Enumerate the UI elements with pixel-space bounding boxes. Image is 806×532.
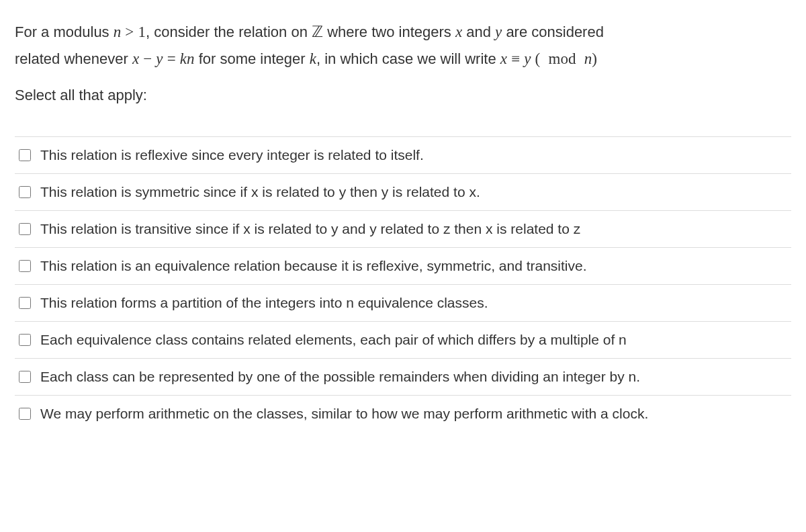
option-label: This relation is transitive since if x i… xyxy=(40,221,791,237)
op-eq: = xyxy=(167,50,176,67)
text: for some integer xyxy=(195,50,310,67)
var-k: k xyxy=(180,50,187,67)
lparen: ( xyxy=(535,50,541,67)
option-label: This relation forms a partition of the i… xyxy=(40,295,791,311)
option-row[interactable]: Each class can be represented by one of … xyxy=(15,359,791,396)
var-x: x xyxy=(132,50,139,67)
option-row[interactable]: This relation is symmetric since if x is… xyxy=(15,174,791,211)
option-checkbox[interactable] xyxy=(19,149,31,161)
option-checkbox[interactable] xyxy=(19,408,31,420)
question-container: For a modulus n > 1, consider the relati… xyxy=(0,0,806,448)
var-n: n xyxy=(187,50,195,67)
option-row[interactable]: This relation is reflexive since every i… xyxy=(15,136,791,174)
text: related whenever xyxy=(15,50,132,67)
op-equiv: ≡ xyxy=(511,50,520,67)
option-checkbox[interactable] xyxy=(19,260,31,272)
option-label: Each class can be represented by one of … xyxy=(40,369,791,385)
num-1: 1 xyxy=(138,24,146,40)
option-checkbox[interactable] xyxy=(19,334,31,346)
text: where two integers xyxy=(323,24,455,40)
option-label: This relation is reflexive since every i… xyxy=(40,147,791,163)
mod: mod xyxy=(549,50,576,67)
option-label: This relation is symmetric since if x is… xyxy=(40,184,791,200)
question-prompt: For a modulus n > 1, consider the relati… xyxy=(15,19,791,73)
var-y: y xyxy=(495,24,502,40)
option-row[interactable]: We may perform arithmetic on the classes… xyxy=(15,396,791,432)
op-gt: > xyxy=(125,24,134,40)
op-minus: − xyxy=(143,50,152,67)
text: , consider the relation on xyxy=(146,24,312,40)
option-row[interactable]: This relation is transitive since if x i… xyxy=(15,211,791,248)
var-n: n xyxy=(114,24,122,40)
text: , in which case we will write xyxy=(316,50,500,67)
var-y: y xyxy=(156,50,163,67)
option-checkbox[interactable] xyxy=(19,371,31,383)
var-k: k xyxy=(310,50,316,67)
option-checkbox[interactable] xyxy=(19,297,31,309)
var-y: y xyxy=(524,50,531,67)
option-label: This relation is an equivalence relation… xyxy=(40,258,791,274)
var-x: x xyxy=(500,50,507,67)
set-Z: ℤ xyxy=(312,24,323,40)
text: For a modulus xyxy=(15,24,114,40)
option-label: We may perform arithmetic on the classes… xyxy=(40,406,791,422)
options-list: This relation is reflexive since every i… xyxy=(15,136,791,432)
text: and xyxy=(462,24,495,40)
option-row[interactable]: This relation forms a partition of the i… xyxy=(15,285,791,322)
option-row[interactable]: Each equivalence class contains related … xyxy=(15,322,791,359)
var-x: x xyxy=(455,24,462,40)
option-label: Each equivalence class contains related … xyxy=(40,332,791,348)
var-n: n xyxy=(584,50,592,67)
text: are considered xyxy=(502,24,604,40)
rparen: ) xyxy=(592,50,597,67)
option-row[interactable]: This relation is an equivalence relation… xyxy=(15,248,791,285)
instruction-text: Select all that apply: xyxy=(15,87,791,104)
option-checkbox[interactable] xyxy=(19,223,31,235)
option-checkbox[interactable] xyxy=(19,186,31,198)
